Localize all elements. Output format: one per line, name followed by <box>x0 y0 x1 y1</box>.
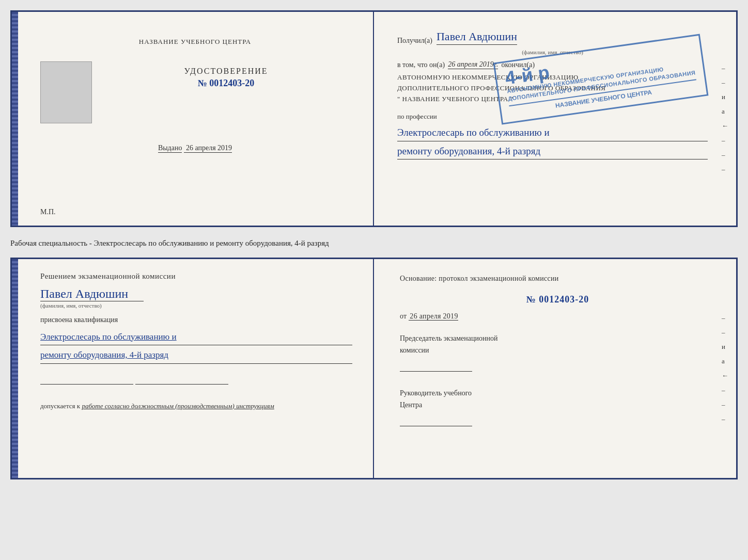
rukovoditel-sig-line <box>400 416 472 426</box>
bottom-side-char-1: – <box>722 314 728 322</box>
org-block: АВТОНОМНУЮ НЕКОММЕРЧЕСКУЮ ОРГАНИЗАЦИЮ ДО… <box>397 72 708 104</box>
side-chars-bottom: – – и а ← – – – <box>722 314 728 423</box>
cert-number-top: № 0012403-20 <box>102 78 350 89</box>
komissia-title: Решением экзаменационной комиссии <box>40 272 352 281</box>
caption-content: Рабочая специальность - Электрослесарь п… <box>10 239 329 247</box>
bottom-side-char-2: – <box>722 328 728 337</box>
issued-line: Выдано 26 апреля 2019 <box>158 144 232 152</box>
vtom-line: в том, что он(а) 26 апреля 2019г. окончи… <box>397 60 708 69</box>
top-left-page: НАЗВАНИЕ УЧЕБНОГО ЦЕНТРА УДОСТОВЕРЕНИЕ №… <box>12 12 374 226</box>
predsedatel-sig-line <box>400 361 472 372</box>
side-char-7: – <box>722 151 728 159</box>
school-name-top: НАЗВАНИЕ УЧЕБНОГО ЦЕНТРА <box>139 38 251 46</box>
prisvoyena-text: присвоена квалификация <box>40 316 352 324</box>
dopuskaetsya-prefix: допускается к <box>40 402 80 410</box>
sig-line-2 <box>135 374 228 385</box>
left-page-content: НАЗВАНИЕ УЧЕБНОГО ЦЕНТРА УДОСТОВЕРЕНИЕ №… <box>33 27 352 152</box>
bottom-side-char-7: – <box>722 401 728 409</box>
bottom-left-page: Решением экзаменационной комиссии Павел … <box>12 259 374 478</box>
qual-line1: Электрослесарь по обслуживанию и <box>40 329 352 346</box>
page-wrapper: НАЗВАНИЕ УЧЕБНОГО ЦЕНТРА УДОСТОВЕРЕНИЕ №… <box>10 10 738 479</box>
completed-date: 26 апреля 2019г. <box>448 60 498 69</box>
osnov-number: № 0012403-20 <box>400 291 715 308</box>
side-char-3: и <box>722 93 728 101</box>
side-chars-top: – – и а ← – – – <box>722 64 728 173</box>
okonchil-label: окончил(а) <box>501 61 535 69</box>
dopuskaetsya-italic: работе согласно должностным (производств… <box>82 402 274 410</box>
person-name-bottom: Павел Авдюшин <box>40 287 144 301</box>
bottom-side-char-6: – <box>722 386 728 394</box>
fio-label-top: (фамилия, имя, отчество) <box>397 49 708 55</box>
recipient-name: Павел Авдюшин <box>437 30 517 45</box>
side-char-2: – <box>722 78 728 87</box>
predsedatel-block: Председатель экзаменационной комиссии <box>400 333 715 375</box>
profession-block-top: по профессии Электрослесарь по обслужива… <box>397 113 708 159</box>
org-name: " НАЗВАНИЕ УЧЕБНОГО ЦЕНТРА " <box>397 94 708 105</box>
osnovanie-label: Основание: протокол экзаменационной коми… <box>400 272 715 285</box>
org-line2: ДОПОЛНИТЕЛЬНОГО ПРОФЕССИОНАЛЬНОГО ОБРАЗО… <box>397 83 708 94</box>
issued-date: 26 апреля 2019 <box>184 144 232 153</box>
side-char-8: – <box>722 165 728 173</box>
ot-prefix: от <box>400 312 407 320</box>
side-char-4: а <box>722 107 728 116</box>
predsedatel-line1: Председатель экзаменационной <box>400 333 715 344</box>
osnovanie-block: Основание: протокол экзаменационной коми… <box>400 272 715 323</box>
side-char-1: – <box>722 64 728 72</box>
udost-label: УДОСТОВЕРЕНИЕ <box>102 67 350 76</box>
bottom-side-char-8: – <box>722 415 728 423</box>
received-line: Получил(а) Павел Авдюшин <box>397 30 708 45</box>
received-label: Получил(а) <box>397 37 432 45</box>
dopuskaetsya-text: допускается к работе согласно должностны… <box>40 402 352 410</box>
bottom-side-char-5: ← <box>722 372 728 380</box>
top-right-page: Получил(а) Павел Авдюшин (фамилия, имя, … <box>374 12 736 226</box>
vtom-label: в том, что он(а) <box>397 61 445 69</box>
bottom-right-page: Основание: протокол экзаменационной коми… <box>374 259 736 478</box>
left-decorative-strip <box>12 12 18 226</box>
ot-line: от 26 апреля 2019 <box>400 310 715 323</box>
po-professii-label: по профессии <box>397 113 708 121</box>
bottom-left-strip <box>12 259 18 478</box>
rukovoditel-line1: Руководитель учебного <box>400 388 715 399</box>
predsedatel-line2: комиссии <box>400 345 715 356</box>
bottom-document-spread: Решением экзаменационной комиссии Павел … <box>10 258 738 479</box>
qual-line2: ремонту оборудования, 4-й разряд <box>40 347 352 364</box>
rukovoditel-line2: Центра <box>400 399 715 411</box>
cert-text: УДОСТОВЕРЕНИЕ № 0012403-20 <box>102 67 350 89</box>
sig-line-1 <box>40 374 133 385</box>
caption-text: Рабочая специальность - Электрослесарь п… <box>10 233 738 251</box>
top-document-spread: НАЗВАНИЕ УЧЕБНОГО ЦЕНТРА УДОСТОВЕРЕНИЕ №… <box>10 10 738 227</box>
mp-label: М.П. <box>40 208 56 216</box>
ot-date: 26 апреля 2019 <box>409 312 458 321</box>
bottom-side-char-3: и <box>722 343 728 351</box>
fio-label-bottom: (фамилия, имя, отчество) <box>40 302 352 309</box>
side-char-6: – <box>722 136 728 145</box>
org-line1: АВТОНОМНУЮ НЕКОММЕРЧЕСКУЮ ОРГАНИЗАЦИЮ <box>397 72 708 83</box>
bottom-side-char-4: а <box>722 357 728 365</box>
photo-placeholder <box>40 61 92 123</box>
right-page-content: Получил(а) Павел Авдюшин (фамилия, имя, … <box>395 25 715 165</box>
profession-line1-top: Электрослесарь по обслуживанию и <box>397 125 708 141</box>
profession-line2-top: ремонту оборудования, 4-й разряд <box>397 143 708 159</box>
side-char-5: ← <box>722 122 728 130</box>
cert-block: УДОСТОВЕРЕНИЕ № 0012403-20 <box>40 67 350 123</box>
issued-label: Выдано <box>158 144 182 153</box>
rukovoditel-block: Руководитель учебного Центра <box>400 388 715 430</box>
